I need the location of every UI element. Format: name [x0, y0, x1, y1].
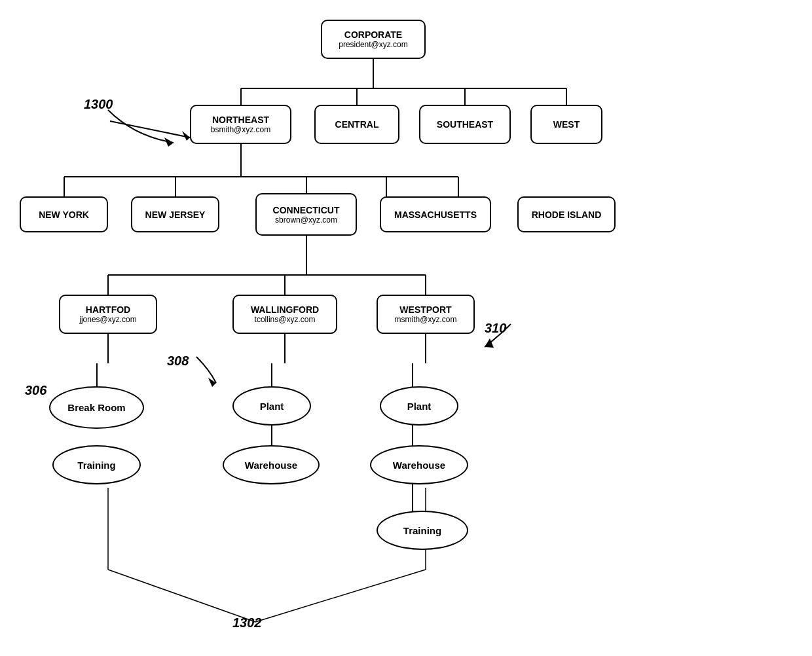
connecticut-node: CONNECTICUT sbrown@xyz.com [255, 193, 357, 236]
west-node: WEST [530, 105, 602, 144]
warehouse2-label: Warehouse [393, 460, 445, 471]
plant2-label: Plant [407, 401, 432, 412]
massachusetts-label: MASSACHUSETTS [394, 210, 477, 220]
svg-marker-42 [485, 338, 494, 348]
svg-line-35 [110, 121, 190, 137]
svg-line-38 [108, 570, 255, 622]
plant1-label: Plant [260, 401, 284, 412]
warehouse2-ellipse: Warehouse [370, 445, 468, 484]
plant1-ellipse: Plant [232, 386, 311, 426]
northeast-label: NORTHEAST [212, 115, 269, 125]
newyork-label: NEW YORK [39, 210, 89, 220]
corporate-email: president@xyz.com [339, 40, 408, 49]
connecticut-label: CONNECTICUT [273, 205, 340, 215]
label-310: 310 [485, 321, 506, 336]
southeast-node: SOUTHEAST [419, 105, 511, 144]
svg-marker-43 [208, 378, 216, 387]
newjersey-node: NEW JERSEY [131, 196, 219, 232]
wallingford-label: WALLINGFORD [251, 304, 319, 315]
westport-label: WESTPORT [399, 304, 451, 315]
central-node: CENTRAL [314, 105, 399, 144]
svg-marker-36 [182, 131, 190, 141]
hartford-email: jjones@xyz.com [79, 315, 137, 324]
svg-marker-41 [164, 137, 174, 147]
newjersey-label: NEW JERSEY [145, 210, 206, 220]
corporate-label: CORPORATE [344, 29, 402, 40]
southeast-label: SOUTHEAST [437, 119, 493, 130]
central-label: CENTRAL [335, 119, 379, 130]
hartford-label: HARTFOD [86, 304, 130, 315]
newyork-node: NEW YORK [20, 196, 108, 232]
breakroom-label: Break Room [67, 402, 125, 413]
wallingford-node: WALLINGFORD tcollins@xyz.com [232, 295, 337, 334]
northeast-email: bsmith@xyz.com [211, 125, 271, 134]
training2-ellipse: Training [377, 511, 468, 550]
westport-node: WESTPORT msmith@xyz.com [377, 295, 475, 334]
label-306: 306 [25, 383, 46, 398]
rhodeisland-node: RHODE ISLAND [517, 196, 616, 232]
warehouse1-ellipse: Warehouse [223, 445, 320, 484]
training1-ellipse: Training [52, 445, 141, 484]
training2-label: Training [403, 525, 441, 536]
label-1300: 1300 [84, 97, 113, 112]
breakroom-ellipse: Break Room [49, 386, 144, 429]
training1-label: Training [77, 460, 115, 471]
west-label: WEST [553, 119, 580, 130]
hartford-node: HARTFOD jjones@xyz.com [59, 295, 157, 334]
org-chart-diagram: CORPORATE president@xyz.com NORTHEAST bs… [0, 0, 812, 656]
northeast-node: NORTHEAST bsmith@xyz.com [190, 105, 291, 144]
massachusetts-node: MASSACHUSETTS [380, 196, 491, 232]
svg-line-39 [255, 570, 426, 622]
westport-email: msmith@xyz.com [395, 315, 457, 324]
label-1302: 1302 [232, 615, 262, 630]
warehouse1-label: Warehouse [245, 460, 297, 471]
corporate-node: CORPORATE president@xyz.com [321, 20, 426, 59]
connecticut-email: sbrown@xyz.com [275, 215, 337, 225]
wallingford-email: tcollins@xyz.com [255, 315, 316, 324]
plant2-ellipse: Plant [380, 386, 458, 426]
label-308: 308 [167, 354, 189, 369]
rhodeisland-label: RHODE ISLAND [532, 210, 602, 220]
